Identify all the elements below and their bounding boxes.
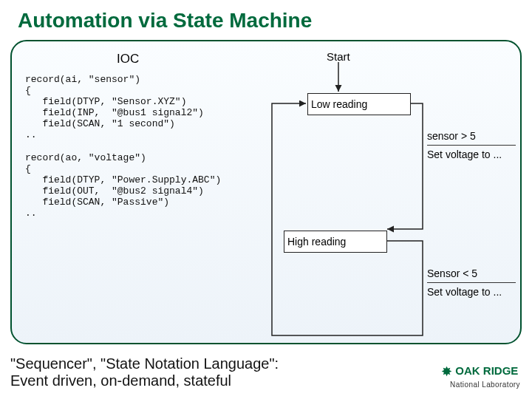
- state-high-text: High reading: [287, 236, 346, 248]
- ioc-heading: IOC: [117, 52, 139, 66]
- start-label: Start: [327, 50, 350, 63]
- logo-main: OAK RIDGE: [455, 364, 518, 377]
- footer-line1: "Sequencer", "State Notation Language":: [10, 355, 279, 373]
- main-panel: IOC record(ai, "sensor") { field(DTYP, "…: [10, 40, 522, 344]
- ornl-logo: ✸ OAK RIDGE National Laboratory: [441, 365, 520, 389]
- trans1-action: Set voltage to ...: [427, 149, 516, 160]
- logo-sub: National Laboratory: [450, 381, 520, 389]
- trans2-action: Set voltage to ...: [427, 286, 516, 298]
- transition-sensor-gt-5: sensor > 5 Set voltage to ...: [427, 130, 516, 160]
- state-low-text: Low reading: [311, 98, 367, 110]
- slide-title: Automation via State Machine: [0, 0, 532, 37]
- trans-divider-2: [427, 282, 516, 283]
- footer-text: "Sequencer", "State Notation Language": …: [10, 355, 279, 390]
- state-high-reading: High reading: [284, 231, 387, 253]
- transition-sensor-lt-5: Sensor < 5 Set voltage to ...: [427, 267, 516, 298]
- trans1-condition: sensor > 5: [427, 130, 516, 142]
- trans2-condition: Sensor < 5: [427, 267, 516, 279]
- trans-divider-1: [427, 145, 516, 146]
- footer-line2: Event driven, on-demand, stateful: [10, 372, 279, 390]
- state-low-reading: Low reading: [307, 93, 411, 115]
- code-block: record(ai, "sensor") { field(DTYP, "Sens…: [25, 74, 221, 219]
- leaf-icon: ✸: [441, 364, 452, 379]
